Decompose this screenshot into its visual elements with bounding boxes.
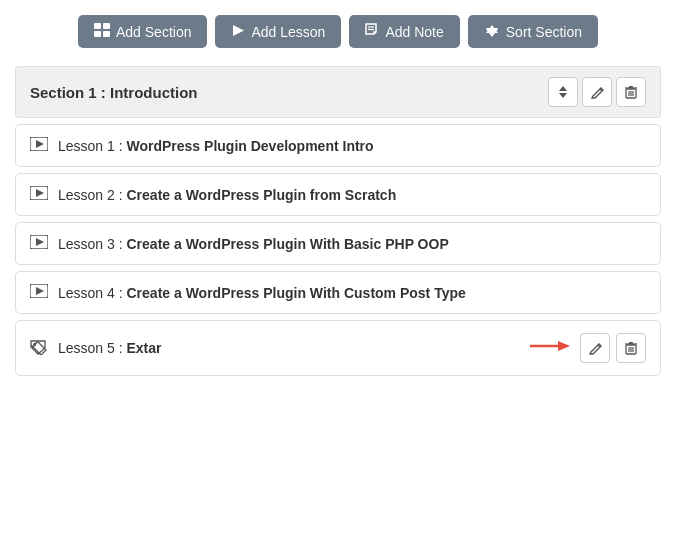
video-icon	[30, 137, 48, 154]
section-sort-button[interactable]	[548, 77, 578, 107]
lesson-delete-button[interactable]	[616, 333, 646, 363]
svg-marker-23	[36, 238, 44, 246]
section-header: Section 1 : Introduction	[15, 66, 661, 118]
svg-marker-25	[36, 287, 44, 295]
lesson-2-label: Lesson 2 : Create a WordPress Plugin fro…	[58, 187, 396, 203]
lesson-edit-button[interactable]	[580, 333, 610, 363]
svg-marker-11	[559, 93, 567, 98]
section-title: Section 1 : Introduction	[30, 84, 198, 101]
lesson-left: Lesson 3 : Create a WordPress Plugin Wit…	[30, 235, 449, 252]
lesson-left: Lesson 1 : WordPress Plugin Development …	[30, 137, 374, 154]
lesson-item: Lesson 4 : Create a WordPress Plugin Wit…	[15, 271, 661, 314]
arrow-indicator	[530, 337, 570, 360]
svg-marker-29	[558, 341, 570, 351]
svg-rect-2	[94, 31, 101, 37]
lesson-1-label: Lesson 1 : WordPress Plugin Development …	[58, 138, 374, 154]
video-icon	[30, 235, 48, 252]
add-section-icon	[94, 23, 110, 40]
add-note-label: Add Note	[385, 24, 443, 40]
svg-marker-19	[36, 140, 44, 148]
lesson-4-label: Lesson 4 : Create a WordPress Plugin Wit…	[58, 285, 466, 301]
lessons-container: Lesson 1 : WordPress Plugin Development …	[15, 124, 661, 376]
lesson-3-label: Lesson 3 : Create a WordPress Plugin Wit…	[58, 236, 449, 252]
lesson-left: Lesson 4 : Create a WordPress Plugin Wit…	[30, 284, 466, 301]
svg-rect-32	[629, 342, 633, 344]
add-lesson-label: Add Lesson	[251, 24, 325, 40]
lesson-item-active: Lesson 5 : Extar	[15, 320, 661, 376]
lesson-item: Lesson 2 : Create a WordPress Plugin fro…	[15, 173, 661, 216]
svg-marker-21	[36, 189, 44, 197]
section-edit-button[interactable]	[582, 77, 612, 107]
video-icon	[30, 186, 48, 203]
toolbar: Add Section Add Lesson Add Note	[15, 15, 661, 48]
svg-marker-4	[233, 25, 244, 36]
add-note-button[interactable]: Add Note	[349, 15, 459, 48]
tag-icon	[30, 339, 48, 358]
svg-rect-0	[94, 23, 101, 29]
lesson-left: Lesson 5 : Extar	[30, 339, 162, 358]
svg-rect-3	[103, 31, 110, 37]
lesson-item: Lesson 1 : WordPress Plugin Development …	[15, 124, 661, 167]
svg-marker-10	[559, 86, 567, 91]
add-lesson-icon	[231, 24, 245, 40]
section-separator: :	[97, 84, 110, 101]
section-delete-button[interactable]	[616, 77, 646, 107]
section-number: Section 1	[30, 84, 97, 101]
section-name: Introduction	[110, 84, 197, 101]
svg-point-27	[34, 342, 37, 345]
add-note-icon	[365, 23, 379, 40]
svg-rect-14	[629, 86, 633, 88]
add-section-button[interactable]: Add Section	[78, 15, 208, 48]
sort-section-button[interactable]: Sort Section	[468, 15, 598, 48]
add-lesson-button[interactable]: Add Lesson	[215, 15, 341, 48]
add-section-label: Add Section	[116, 24, 192, 40]
svg-rect-1	[103, 23, 110, 29]
section-actions	[548, 77, 646, 107]
sort-section-icon	[484, 24, 500, 40]
lesson-left: Lesson 2 : Create a WordPress Plugin fro…	[30, 186, 396, 203]
lesson-item: Lesson 3 : Create a WordPress Plugin Wit…	[15, 222, 661, 265]
lesson-5-actions	[530, 333, 646, 363]
lesson-5-label: Lesson 5 : Extar	[58, 340, 162, 356]
sort-section-label: Sort Section	[506, 24, 582, 40]
video-icon	[30, 284, 48, 301]
